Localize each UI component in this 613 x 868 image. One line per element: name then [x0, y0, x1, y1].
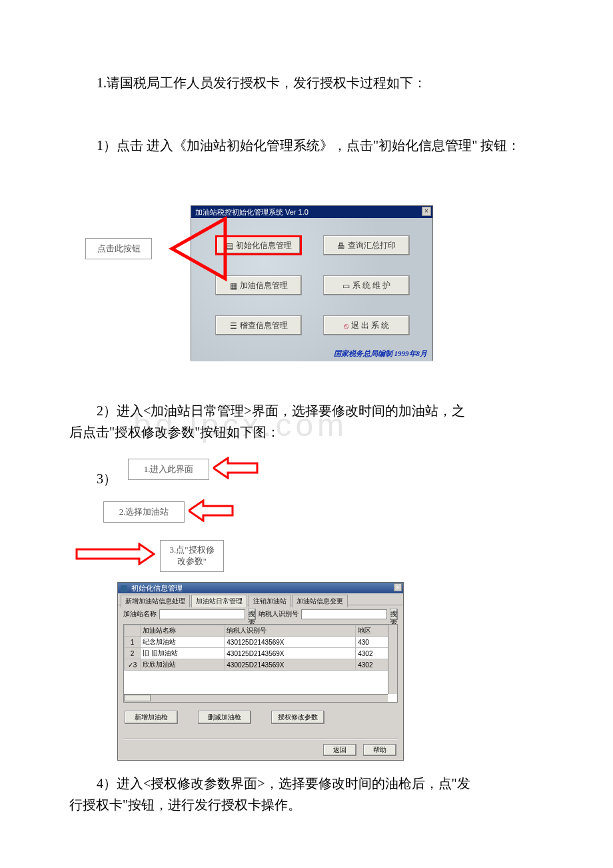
- window2-tabrow: 新增加油站信息处理 加油站日常管理 注销加油站 加油站信息变更: [118, 593, 403, 605]
- window2-button-row: 新增加油枪 删减加油枪 授权修改参数: [118, 704, 403, 727]
- step2-box: 2.选择加油站: [103, 501, 185, 523]
- svg-marker-1: [213, 458, 257, 478]
- callout-click-this-button: 点击此按钮: [85, 238, 152, 259]
- window2-separator: [123, 739, 398, 740]
- paragraph-2-line1: 1）点击 进入《加油站初始化管理系统》，点击"初始化信息管理" 按钮：: [97, 135, 563, 156]
- help-button[interactable]: 帮助: [363, 744, 396, 756]
- grid-cell-name-1: 纪念加油站: [141, 637, 225, 648]
- red-arrow-step2: [189, 499, 235, 522]
- grid-header-tax-id: 纳税人识别号: [225, 625, 356, 637]
- search-button-2[interactable]: 搜索: [390, 609, 398, 620]
- auth-modify-params-button[interactable]: 授权修改参数: [271, 711, 324, 724]
- audit-info-mgmt-label: 稽查信息管理: [240, 321, 288, 330]
- paragraph-4-line2: 行授权卡"按钮，进行发行授权卡操作。: [69, 794, 536, 815]
- system-maint-button[interactable]: ▭系 统 维 护: [323, 275, 410, 295]
- grid-cell-tax-2: 430125D2143569X: [225, 648, 356, 659]
- window2-title-text: 初始化信息管理: [131, 584, 183, 592]
- exit-icon: ⎋: [344, 317, 348, 335]
- grid-rownum-2: 2: [125, 648, 141, 659]
- red-arrow-pointer-1: [152, 212, 232, 285]
- list-icon: ☰: [230, 317, 237, 335]
- paragraph-1: 1.请国税局工作人员发行授权卡，发行授权卡过程如下：: [97, 72, 563, 93]
- search-input-station-name[interactable]: [159, 609, 245, 619]
- query-print-label: 查询汇总打印: [348, 241, 396, 250]
- printer-icon: 🖶: [337, 237, 345, 255]
- window-init-info-mgmt: 初始化信息管理 × 新增加油站信息处理 加油站日常管理 注销加油站 加油站信息变…: [117, 582, 404, 761]
- grid-rownum-3: ✓3: [125, 659, 141, 671]
- red-arrow-step1: [213, 457, 260, 479]
- svg-marker-2: [189, 501, 233, 521]
- grid-header-station-name: 加油站名称: [141, 625, 225, 637]
- search-label-tax-id: 纳税人识别号: [259, 609, 299, 619]
- search-input-tax-id[interactable]: [301, 609, 387, 619]
- red-arrow-step3: [75, 543, 155, 565]
- window2-titlebar: 初始化信息管理 ×: [118, 583, 403, 593]
- svg-marker-0: [172, 219, 225, 279]
- search-button-1[interactable]: 搜索: [248, 609, 256, 620]
- tab-cancel-station[interactable]: 注销加油站: [249, 595, 291, 607]
- paragraph-3-line1: 2）进入<加油站日常管理>界面，选择要修改时间的加油站，之: [97, 400, 563, 421]
- grid-header-blank: [125, 625, 141, 637]
- query-print-button[interactable]: 🖶查询汇总打印: [323, 235, 410, 255]
- grid-scroll-thumb[interactable]: [124, 695, 151, 701]
- search-label-station-name: 加油站名称: [123, 609, 157, 619]
- remove-gas-gun-button[interactable]: 删减加油枪: [198, 711, 251, 724]
- paragraph-3-line2: 后点击"授权修改参数"按钮如下图：: [69, 421, 536, 443]
- grid-cell-tax-1: 430125D2143569X: [225, 637, 356, 648]
- svg-marker-3: [77, 544, 154, 564]
- exit-system-button[interactable]: ⎋退 出 系 统: [323, 315, 410, 335]
- window2-close-button[interactable]: ×: [394, 583, 402, 591]
- paragraph-4-line1: 4）进入<授权修改参数界面>，选择要修改时间的油枪后，点"发: [97, 773, 563, 794]
- grid-header-row: 加油站名称 纳税人识别号 地区: [125, 625, 397, 637]
- back-button[interactable]: 返回: [323, 744, 356, 756]
- add-info-mgmt-label: 加油信息管理: [240, 281, 288, 290]
- grid-horizontal-scrollbar[interactable]: [124, 694, 388, 702]
- window2-footer: 返回 帮助: [323, 744, 396, 756]
- tab-new-station-info[interactable]: 新增加油站信息处理: [121, 595, 190, 607]
- tab-station-daily-mgmt[interactable]: 加油站日常管理: [191, 595, 247, 607]
- monitor-icon: ▭: [342, 277, 350, 295]
- audit-info-mgmt-button[interactable]: ☰稽查信息管理: [215, 315, 302, 335]
- step1-box: 1.进入此界面: [128, 459, 209, 480]
- grid-cell-name-2: 旧 旧加油站: [141, 648, 225, 659]
- window2-search-row: 加油站名称 搜索 纳税人识别号 搜索: [118, 605, 403, 623]
- grid-row-2[interactable]: 2 旧 旧加油站 430125D2143569X 4302: [125, 648, 397, 659]
- grid-cell-tax-3: 430025D2143569X: [225, 659, 356, 671]
- window2-icon: [121, 585, 127, 592]
- init-info-mgmt-label: 初始化信息管理: [236, 241, 292, 250]
- exit-system-label: 退 出 系 统: [351, 321, 389, 330]
- add-gas-gun-button[interactable]: 新增加油枪: [125, 711, 178, 724]
- paragraph-3-number: 3）: [97, 468, 117, 489]
- step3-box: 3.点"授权修改参数": [160, 540, 224, 572]
- tab-station-info-change[interactable]: 加油站信息变更: [292, 595, 348, 607]
- system-maint-label: 系 统 维 护: [352, 281, 390, 290]
- grid-row-1[interactable]: 1 纪念加油站 430125D2143569X 430: [125, 637, 397, 648]
- grid-row-3-selected[interactable]: ✓3 欣欣加油站 430025D2143569X 4302: [125, 659, 397, 671]
- grid-rownum-1: 1: [125, 637, 141, 648]
- window2-data-grid[interactable]: 加油站名称 纳税人识别号 地区 1 纪念加油站 430125D2143569X …: [123, 624, 398, 703]
- grid-vertical-scrollbar[interactable]: [388, 625, 397, 694]
- window1-close-button[interactable]: ×: [422, 207, 431, 216]
- window1-footer: 国家税务总局编制 1999年8月: [334, 349, 427, 359]
- grid-cell-name-3: 欣欣加油站: [141, 659, 225, 671]
